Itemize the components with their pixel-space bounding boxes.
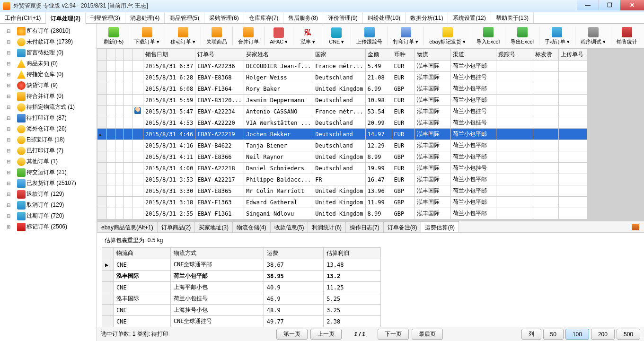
grid-header[interactable]: 国家 — [313, 49, 365, 61]
grid-header[interactable]: 币种 — [392, 49, 415, 61]
sidebar-item[interactable]: 其他订单 (1) — [0, 156, 97, 167]
detail-row[interactable]: CNE上海挂号小包48.93.25 — [102, 305, 381, 316]
sidebar-item[interactable]: 过期订单 (720) — [0, 210, 97, 221]
columns-button[interactable]: 列 — [521, 329, 541, 340]
main-tab[interactable]: 评价管理(9) — [323, 12, 363, 23]
sub-tab[interactable]: 操作日志(7) — [345, 221, 384, 232]
main-tab[interactable]: 纠纷处理(10) — [363, 12, 406, 23]
grid-header[interactable]: 销售日期 — [143, 49, 195, 61]
sidebar-item[interactable]: 留言待处理 (0) — [0, 47, 97, 58]
grid-header[interactable]: 标发货 — [533, 49, 558, 61]
grid-header[interactable]: 买家姓名 — [244, 49, 313, 61]
sidebar-item[interactable]: 待交运订单 (21) — [0, 167, 97, 178]
sub-tab[interactable]: 利润统计(6) — [308, 221, 346, 232]
toolbar-button[interactable]: 刷新(F5) — [101, 26, 126, 46]
toolbar-button[interactable]: 销售统计 — [614, 26, 640, 46]
toolbar-button[interactable]: 关联商品 — [203, 26, 230, 46]
sidebar-item[interactable]: 海外仓订单 (26) — [0, 123, 97, 134]
pagesize-50-button[interactable]: 50 — [543, 329, 564, 340]
toolbar-button[interactable]: 上传跟踪号 — [353, 26, 385, 46]
toolbar-button[interactable]: 手动订单 ▾ — [542, 26, 573, 46]
sidebar-item[interactable]: 缺货订单 (9) — [0, 80, 97, 91]
main-tab[interactable]: 系统设置(12) — [448, 12, 491, 23]
next-page-button[interactable]: 下一页 — [378, 329, 409, 340]
main-tab[interactable]: 采购管理(6) — [204, 12, 244, 23]
sidebar-item[interactable]: 已打印订单 (7) — [0, 145, 97, 156]
detail-row[interactable]: CNE上海平邮小包40.911.25 — [102, 282, 381, 293]
sidebar-item[interactable]: 待打印订单 (87) — [0, 113, 97, 123]
toolbar-button[interactable]: 程序调试 ▾ — [578, 26, 609, 46]
sub-tab[interactable]: 运费估算(9) — [421, 221, 459, 232]
freight-table[interactable]: 物流商物流方式运费估算利润▶CNECNE全球通平邮38.6713.48泓丰国际荷… — [102, 247, 381, 327]
grid-row[interactable]: 2015/8/31 4:00EBAY-A22218Daniel Schniede… — [97, 163, 587, 174]
sidebar-item[interactable]: 退款订单 (129) — [0, 189, 97, 200]
grid-header[interactable]: 物流 — [415, 49, 450, 61]
toolbar-button[interactable]: ebay标记发货 ▾ — [426, 26, 468, 46]
order-grid[interactable]: 销售日期订单号买家姓名国家金额币种物流渠道跟踪号标发货上传单号2015/8/31… — [97, 49, 587, 219]
detail-row[interactable]: 泓丰国际荷兰小包平邮38.9513.2 — [102, 271, 381, 282]
grid-row[interactable]: 2015/8/31 6:37EBAY-A22236DECOUDIER Jean-… — [97, 61, 587, 72]
main-tab[interactable]: 商品管理(5) — [165, 12, 204, 23]
prev-page-button[interactable]: 上一页 — [310, 329, 342, 340]
toolbar-button[interactable]: APAC ▾ — [267, 26, 291, 46]
main-tab[interactable]: 仓库库存(7) — [244, 12, 284, 23]
grid-row[interactable]: 2015/8/31 5:59EBAY-83120...Jasmin Depper… — [97, 95, 587, 106]
grid-row[interactable]: 2015/8/31 4:11EBAY-E8366Neil RaynorUnite… — [97, 151, 587, 163]
sidebar-item[interactable]: 已发货订单 (25107) — [0, 178, 97, 189]
detail-row[interactable]: CNECNE全球通挂号49.772.38 — [102, 316, 381, 327]
window-maximize-button[interactable]: ❐ — [599, 0, 620, 10]
sidebar-item[interactable]: 标记订单 (2506) — [0, 221, 97, 232]
toolbar-button[interactable]: 移动订单 ▾ — [168, 26, 198, 46]
sidebar-item[interactable]: 待指定物流方式 (1) — [0, 102, 97, 113]
main-tab[interactable]: 刊登管理(3) — [86, 12, 125, 23]
grid-row[interactable]: 2015/8/31 3:53EBAY-A22217Philippe Baldac… — [97, 174, 587, 185]
sidebar-item[interactable]: E邮宝订单 (18) — [0, 134, 97, 145]
pagesize-100-button[interactable]: 100 — [565, 329, 589, 340]
sub-tab[interactable]: 物流仓储(4) — [232, 221, 271, 232]
grid-row[interactable]: 2015/8/31 5:47EBAY-A22234Antonio CASSANO… — [97, 106, 587, 117]
toolbar-button[interactable]: 打印订单 ▾ — [390, 26, 421, 46]
grid-header[interactable]: 渠道 — [450, 49, 496, 61]
toolbar-button[interactable]: 导入Excel — [474, 26, 503, 46]
pagesize-500-button[interactable]: 500 — [617, 329, 640, 340]
toolbar-button[interactable]: 下载订单 ▾ — [132, 26, 162, 46]
grid-header[interactable]: 跟踪号 — [496, 49, 533, 61]
grid-row[interactable]: 2015/8/31 3:18EBAY-F1363Edward GatheralU… — [97, 197, 587, 208]
toolbar-button[interactable]: 泓泓丰 ▾ — [296, 26, 319, 46]
sub-tab[interactable]: 买家地址(3) — [194, 221, 233, 232]
grid-row[interactable]: 2015/8/31 4:16EBAY-B4622Tanja BienerDeut… — [97, 140, 587, 151]
grid-header[interactable]: 金额 — [365, 49, 392, 61]
sidebar-item[interactable]: 商品未知 (0) — [0, 58, 97, 69]
detail-row[interactable]: ▶CNECNE全球通平邮38.6713.48 — [102, 259, 381, 271]
sidebar-item[interactable]: 所有订单 (28010) — [0, 26, 97, 36]
book-icon[interactable] — [632, 224, 639, 230]
main-tab[interactable]: 数据分析(11) — [406, 12, 448, 23]
toolbar-button[interactable]: 导出Excel — [508, 26, 537, 46]
grid-row[interactable]: 2015/8/31 3:30EBAY-E8365Mr Colin Marriot… — [97, 185, 587, 197]
first-page-button[interactable]: 第一页 — [276, 329, 308, 340]
detail-row[interactable]: 泓丰国际荷兰小包挂号46.95.25 — [102, 293, 381, 305]
main-tab[interactable]: 工作台(Ctrl+1) — [0, 12, 46, 23]
main-tab[interactable]: 消息处理(4) — [125, 12, 165, 23]
window-minimize-button[interactable]: ― — [577, 0, 599, 10]
window-close-button[interactable]: ✕ — [620, 0, 644, 10]
sub-tab[interactable]: 订单备注(8) — [383, 221, 422, 232]
grid-header[interactable]: 上传单号 — [558, 49, 587, 61]
last-page-button[interactable]: 最后页 — [412, 329, 443, 340]
toolbar-button[interactable]: 合并订单 — [235, 26, 262, 46]
grid-header[interactable]: 订单号 — [195, 49, 244, 61]
grid-row[interactable]: 2015/8/31 2:55EBAY-F1361Singani NdlovuUn… — [97, 208, 587, 219]
sidebar-item[interactable]: 待合并订单 (0) — [0, 91, 97, 102]
sub-tab[interactable]: ebay商品信息(Alt+1) — [97, 221, 158, 232]
sub-tab[interactable]: 收款信息(5) — [270, 221, 309, 232]
grid-row[interactable]: 2015/8/31 4:46EBAY-A22219Jochen BekkerDe… — [97, 129, 587, 140]
grid-row[interactable]: 2015/8/31 4:53EBAY-A22220VIA Werkstätten… — [97, 117, 587, 129]
sidebar-item[interactable]: 待指定仓库 (0) — [0, 69, 97, 80]
sub-tab[interactable]: 订单商品(2) — [157, 221, 195, 232]
pagesize-200-button[interactable]: 200 — [591, 329, 615, 340]
grid-row[interactable]: 2015/8/31 6:08EBAY-F1364Rory BakerUnited… — [97, 83, 587, 95]
sidebar-item[interactable]: 未付款订单 (1739) — [0, 36, 97, 47]
grid-row[interactable]: 2015/8/31 6:28EBAY-E8368Holger WeissDeut… — [97, 72, 587, 83]
sidebar-item[interactable]: 取消订单 (129) — [0, 200, 97, 210]
toolbar-button[interactable]: CNE ▾ — [325, 26, 348, 46]
